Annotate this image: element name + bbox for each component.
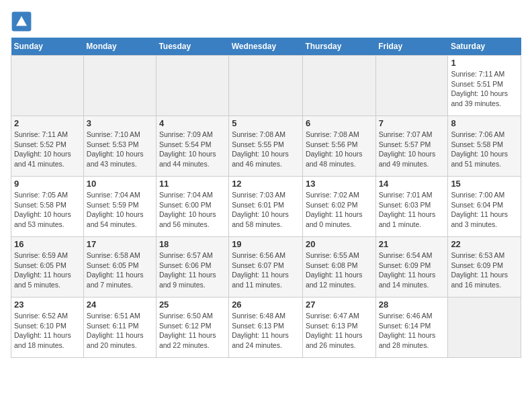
calendar-cell bbox=[302, 56, 375, 116]
day-number: 13 bbox=[306, 179, 373, 189]
calendar-cell bbox=[156, 56, 228, 116]
day-number: 17 bbox=[87, 239, 153, 249]
calendar-cell bbox=[83, 56, 156, 116]
calendar-cell: 6Sunrise: 7:08 AM Sunset: 5:56 PM Daylig… bbox=[302, 116, 375, 177]
calendar-cell: 3Sunrise: 7:10 AM Sunset: 5:53 PM Daylig… bbox=[83, 116, 156, 177]
calendar-cell: 22Sunrise: 6:53 AM Sunset: 6:09 PM Dayli… bbox=[448, 237, 521, 298]
calendar-cell: 1Sunrise: 7:11 AM Sunset: 5:51 PM Daylig… bbox=[448, 56, 521, 116]
day-number: 16 bbox=[14, 239, 81, 249]
week-row-4: 16Sunrise: 6:59 AM Sunset: 6:05 PM Dayli… bbox=[11, 237, 521, 298]
day-info: Sunrise: 7:11 AM Sunset: 5:51 PM Dayligh… bbox=[451, 69, 518, 109]
calendar-cell bbox=[11, 56, 84, 116]
day-number: 3 bbox=[87, 118, 153, 128]
day-number: 1 bbox=[451, 58, 518, 68]
day-info: Sunrise: 6:58 AM Sunset: 6:05 PM Dayligh… bbox=[87, 250, 153, 290]
calendar-cell: 2Sunrise: 7:11 AM Sunset: 5:52 PM Daylig… bbox=[11, 116, 84, 177]
day-number: 20 bbox=[306, 239, 373, 249]
day-number: 5 bbox=[232, 118, 300, 128]
day-info: Sunrise: 6:54 AM Sunset: 6:09 PM Dayligh… bbox=[379, 250, 445, 290]
day-info: Sunrise: 7:00 AM Sunset: 6:04 PM Dayligh… bbox=[451, 190, 518, 230]
day-info: Sunrise: 7:04 AM Sunset: 6:00 PM Dayligh… bbox=[159, 190, 226, 230]
logo-icon bbox=[11, 11, 32, 32]
calendar-table: SundayMondayTuesdayWednesdayThursdayFrid… bbox=[11, 38, 521, 358]
calendar-cell bbox=[448, 298, 521, 358]
calendar-cell bbox=[375, 56, 448, 116]
week-row-5: 23Sunrise: 6:52 AM Sunset: 6:10 PM Dayli… bbox=[11, 298, 521, 358]
calendar-cell: 11Sunrise: 7:04 AM Sunset: 6:00 PM Dayli… bbox=[156, 177, 228, 237]
day-number: 24 bbox=[87, 300, 153, 310]
day-info: Sunrise: 7:08 AM Sunset: 5:55 PM Dayligh… bbox=[232, 130, 300, 169]
day-number: 8 bbox=[451, 118, 518, 128]
column-header-tuesday: Tuesday bbox=[156, 38, 228, 56]
day-info: Sunrise: 7:06 AM Sunset: 5:58 PM Dayligh… bbox=[451, 130, 518, 169]
calendar-cell: 17Sunrise: 6:58 AM Sunset: 6:05 PM Dayli… bbox=[83, 237, 156, 298]
day-number: 11 bbox=[159, 179, 226, 189]
day-number: 26 bbox=[232, 300, 300, 310]
day-number: 15 bbox=[451, 179, 518, 189]
day-info: Sunrise: 6:56 AM Sunset: 6:07 PM Dayligh… bbox=[232, 250, 300, 290]
day-info: Sunrise: 6:46 AM Sunset: 6:14 PM Dayligh… bbox=[379, 311, 445, 351]
day-number: 21 bbox=[379, 239, 445, 249]
week-row-1: 1Sunrise: 7:11 AM Sunset: 5:51 PM Daylig… bbox=[11, 56, 521, 116]
calendar-cell: 20Sunrise: 6:55 AM Sunset: 6:08 PM Dayli… bbox=[302, 237, 375, 298]
column-header-thursday: Thursday bbox=[302, 38, 375, 56]
column-header-sunday: Sunday bbox=[11, 38, 84, 56]
column-header-wednesday: Wednesday bbox=[229, 38, 303, 56]
column-header-friday: Friday bbox=[375, 38, 448, 56]
column-header-monday: Monday bbox=[83, 38, 156, 56]
day-number: 23 bbox=[14, 300, 81, 310]
week-row-3: 9Sunrise: 7:05 AM Sunset: 5:58 PM Daylig… bbox=[11, 177, 521, 237]
day-info: Sunrise: 6:57 AM Sunset: 6:06 PM Dayligh… bbox=[159, 250, 226, 290]
day-info: Sunrise: 6:50 AM Sunset: 6:12 PM Dayligh… bbox=[159, 311, 226, 351]
calendar-cell: 7Sunrise: 7:07 AM Sunset: 5:57 PM Daylig… bbox=[375, 116, 448, 177]
day-info: Sunrise: 7:10 AM Sunset: 5:53 PM Dayligh… bbox=[87, 130, 153, 169]
calendar-cell: 14Sunrise: 7:01 AM Sunset: 6:03 PM Dayli… bbox=[375, 177, 448, 237]
day-info: Sunrise: 6:59 AM Sunset: 6:05 PM Dayligh… bbox=[14, 250, 81, 290]
column-header-saturday: Saturday bbox=[448, 38, 521, 56]
logo bbox=[11, 11, 35, 32]
day-info: Sunrise: 7:03 AM Sunset: 6:01 PM Dayligh… bbox=[232, 190, 300, 230]
day-info: Sunrise: 7:04 AM Sunset: 5:59 PM Dayligh… bbox=[87, 190, 153, 230]
calendar-cell: 25Sunrise: 6:50 AM Sunset: 6:12 PM Dayli… bbox=[156, 298, 228, 358]
day-number: 7 bbox=[379, 118, 445, 128]
day-info: Sunrise: 7:02 AM Sunset: 6:02 PM Dayligh… bbox=[306, 190, 373, 230]
calendar-cell: 8Sunrise: 7:06 AM Sunset: 5:58 PM Daylig… bbox=[448, 116, 521, 177]
week-row-2: 2Sunrise: 7:11 AM Sunset: 5:52 PM Daylig… bbox=[11, 116, 521, 177]
calendar-cell: 15Sunrise: 7:00 AM Sunset: 6:04 PM Dayli… bbox=[448, 177, 521, 237]
calendar-cell: 13Sunrise: 7:02 AM Sunset: 6:02 PM Dayli… bbox=[302, 177, 375, 237]
calendar-cell: 28Sunrise: 6:46 AM Sunset: 6:14 PM Dayli… bbox=[375, 298, 448, 358]
day-info: Sunrise: 6:51 AM Sunset: 6:11 PM Dayligh… bbox=[87, 311, 153, 351]
day-info: Sunrise: 6:52 AM Sunset: 6:10 PM Dayligh… bbox=[14, 311, 81, 351]
calendar-cell: 9Sunrise: 7:05 AM Sunset: 5:58 PM Daylig… bbox=[11, 177, 84, 237]
day-info: Sunrise: 6:55 AM Sunset: 6:08 PM Dayligh… bbox=[306, 250, 373, 290]
day-info: Sunrise: 7:05 AM Sunset: 5:58 PM Dayligh… bbox=[14, 190, 81, 230]
day-info: Sunrise: 7:07 AM Sunset: 5:57 PM Dayligh… bbox=[379, 130, 445, 169]
calendar-cell: 5Sunrise: 7:08 AM Sunset: 5:55 PM Daylig… bbox=[229, 116, 303, 177]
day-number: 28 bbox=[379, 300, 445, 310]
day-number: 19 bbox=[232, 239, 300, 249]
day-number: 2 bbox=[14, 118, 81, 128]
day-info: Sunrise: 6:53 AM Sunset: 6:09 PM Dayligh… bbox=[451, 250, 518, 290]
day-number: 6 bbox=[306, 118, 373, 128]
day-info: Sunrise: 7:01 AM Sunset: 6:03 PM Dayligh… bbox=[379, 190, 445, 230]
calendar-cell: 16Sunrise: 6:59 AM Sunset: 6:05 PM Dayli… bbox=[11, 237, 84, 298]
day-number: 25 bbox=[159, 300, 226, 310]
calendar-cell bbox=[229, 56, 303, 116]
calendar-cell: 4Sunrise: 7:09 AM Sunset: 5:54 PM Daylig… bbox=[156, 116, 228, 177]
day-number: 27 bbox=[306, 300, 373, 310]
day-info: Sunrise: 7:11 AM Sunset: 5:52 PM Dayligh… bbox=[14, 130, 81, 169]
calendar-header-row: SundayMondayTuesdayWednesdayThursdayFrid… bbox=[11, 38, 521, 56]
day-info: Sunrise: 6:48 AM Sunset: 6:13 PM Dayligh… bbox=[232, 311, 300, 351]
calendar-cell: 24Sunrise: 6:51 AM Sunset: 6:11 PM Dayli… bbox=[83, 298, 156, 358]
calendar-cell: 23Sunrise: 6:52 AM Sunset: 6:10 PM Dayli… bbox=[11, 298, 84, 358]
day-number: 14 bbox=[379, 179, 445, 189]
page-header bbox=[11, 11, 521, 32]
day-number: 10 bbox=[87, 179, 153, 189]
calendar-cell: 19Sunrise: 6:56 AM Sunset: 6:07 PM Dayli… bbox=[229, 237, 303, 298]
calendar-cell: 21Sunrise: 6:54 AM Sunset: 6:09 PM Dayli… bbox=[375, 237, 448, 298]
day-info: Sunrise: 7:09 AM Sunset: 5:54 PM Dayligh… bbox=[159, 130, 226, 169]
day-number: 4 bbox=[159, 118, 226, 128]
calendar-cell: 26Sunrise: 6:48 AM Sunset: 6:13 PM Dayli… bbox=[229, 298, 303, 358]
day-number: 22 bbox=[451, 239, 518, 249]
calendar-cell: 12Sunrise: 7:03 AM Sunset: 6:01 PM Dayli… bbox=[229, 177, 303, 237]
